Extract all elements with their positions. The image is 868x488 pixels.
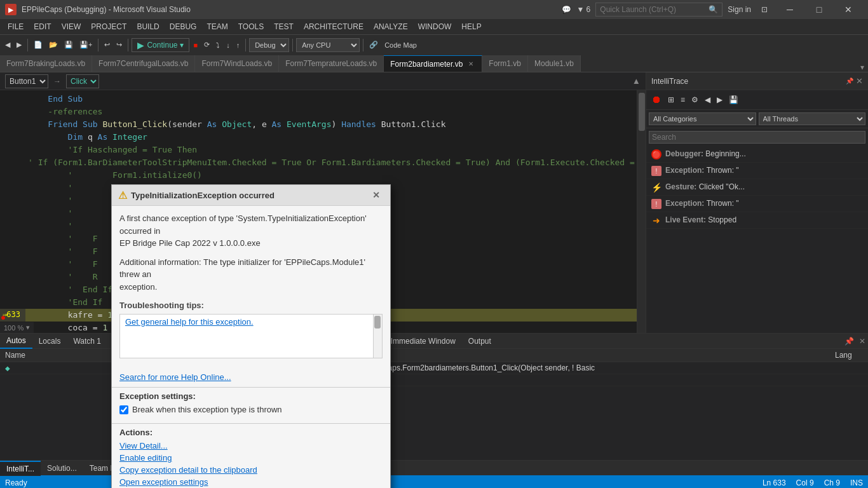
toolbar-undo[interactable]: ↩ xyxy=(102,37,112,53)
intellitrace-close[interactable]: ✕ xyxy=(856,76,863,86)
close-button[interactable]: ✕ xyxy=(834,0,863,19)
tabs-overflow-button[interactable]: ▾ xyxy=(857,63,868,72)
tab-form7braking[interactable]: Form7BrakingLoads.vb xyxy=(0,55,92,72)
code-line: Friend Sub Button1_Click(sender As Objec… xyxy=(0,118,646,131)
it-grid-btn[interactable]: ⊞ xyxy=(665,94,677,105)
menu-architecture[interactable]: ARCHITECTURE xyxy=(299,19,369,34)
title-left: ▶ EPPileCaps (Debugging) - Microsoft Vis… xyxy=(5,4,191,15)
bottom-tab-solution[interactable]: Solutio... xyxy=(41,461,83,476)
immediate-window-tab[interactable]: Immediate Window xyxy=(384,334,462,349)
exception-dialog-close[interactable]: ✕ xyxy=(369,189,384,201)
it-item-live[interactable]: ➜ Live Event: Stopped xyxy=(646,212,868,229)
menu-file[interactable]: FILE xyxy=(3,19,29,34)
menu-edit[interactable]: EDIT xyxy=(29,19,56,34)
menu-project[interactable]: PROJECT xyxy=(86,19,132,34)
menu-view[interactable]: VIEW xyxy=(57,19,86,34)
toolbar-save-all[interactable]: 💾+ xyxy=(77,37,95,53)
menu-test[interactable]: TEST xyxy=(269,19,299,34)
search-online-link[interactable]: Search for more Help Online... xyxy=(119,372,231,382)
tab-close-form2[interactable]: ✕ xyxy=(466,60,475,68)
tab-module1[interactable]: Module1.vb xyxy=(528,55,581,72)
open-settings-link[interactable]: Open exception settings xyxy=(119,477,383,487)
sep1 xyxy=(27,39,28,51)
menu-window[interactable]: WINDOW xyxy=(413,19,457,34)
exception-settings: Exception settings: Break when this exce… xyxy=(112,387,390,423)
menu-team[interactable]: TEAM xyxy=(201,19,233,34)
toolbar-step-out[interactable]: ↑ xyxy=(234,37,243,53)
call-stack-close[interactable]: ✕ xyxy=(857,337,868,346)
tab-form7centrifugal[interactable]: Form7CentrifugalLoads.vb xyxy=(92,55,195,72)
it-next-btn[interactable]: ▶ xyxy=(714,94,725,105)
it-prev-btn[interactable]: ◀ xyxy=(702,94,713,105)
debug-config-dropdown[interactable]: Debug xyxy=(249,38,289,52)
signin-link[interactable]: Sign in xyxy=(728,5,751,14)
call-stack-pin[interactable]: 📌 xyxy=(842,337,857,346)
toolbar-back[interactable]: ◀ xyxy=(3,37,13,53)
it-thread-filter[interactable]: All Threads xyxy=(759,112,866,125)
toolbar-restart[interactable]: ⟳ xyxy=(201,37,212,53)
exception-break-checkbox[interactable] xyxy=(119,405,128,414)
toolbar-redo[interactable]: ↪ xyxy=(114,37,125,53)
exception-dialog: ⚠ TypeInitializationException occurred ✕… xyxy=(111,184,391,488)
method-selector[interactable]: Button1 xyxy=(5,74,48,88)
it-record-btn[interactable]: ⏺ xyxy=(649,93,664,107)
exception-body: A first chance exception of type 'System… xyxy=(112,206,390,370)
editor-scrollbar[interactable] xyxy=(637,90,646,333)
bottom-tab-intellitrace[interactable]: IntelliT... xyxy=(0,461,41,476)
toolbar-code-map[interactable]: Code Map xyxy=(382,37,419,53)
menu-help[interactable]: HELP xyxy=(456,19,486,34)
it-item-exception2[interactable]: ! Exception: Thrown: " xyxy=(646,196,868,212)
continue-button[interactable]: ▶ Continue ▾ xyxy=(132,38,189,52)
menu-debug[interactable]: DEBUG xyxy=(165,19,202,34)
intellitrace-pin[interactable]: 📌 xyxy=(846,76,853,86)
it-item-debugger[interactable]: 🔴 Debugger: Beginning... xyxy=(646,146,868,163)
tab-form2bardiameter[interactable]: Form2bardiameter.vb ✕ xyxy=(384,55,482,72)
enable-editing-link[interactable]: Enable editing xyxy=(119,453,383,463)
toolbar-new[interactable]: 📄 xyxy=(31,37,45,53)
layout-icon[interactable]: ⊡ xyxy=(756,5,773,14)
menu-build[interactable]: BUILD xyxy=(132,19,164,34)
toolbar-forward[interactable]: ▶ xyxy=(14,37,24,53)
toolbar-attach[interactable]: 🔗 xyxy=(367,37,381,53)
maximize-button[interactable]: □ xyxy=(804,0,834,19)
copy-exception-link[interactable]: Copy exception detail to the clipboard xyxy=(119,465,383,475)
it-item-gesture[interactable]: ⚡ Gesture: Clicked "Ok... xyxy=(646,179,868,196)
intellitrace-controls: 📌 ✕ xyxy=(846,76,863,86)
toolbar-step-over[interactable]: ⤵ xyxy=(214,37,222,53)
it-settings-btn[interactable]: ⚙ xyxy=(689,94,701,105)
status-ln: Ln 633 xyxy=(763,478,786,487)
it-category-filter[interactable]: All Categories xyxy=(649,112,756,125)
notification-icon[interactable]: 💬 xyxy=(562,5,571,14)
get-help-link[interactable]: Get general help for this exception. xyxy=(120,315,382,329)
it-list-btn[interactable]: ≡ xyxy=(678,94,688,105)
toolbar-step-into[interactable]: ↓ xyxy=(224,37,233,53)
toolbar-stop[interactable]: ■ xyxy=(191,37,200,53)
watch1-tab[interactable]: Watch 1 xyxy=(67,334,107,349)
minimize-button[interactable]: ─ xyxy=(775,0,804,19)
zoom-dropdown[interactable]: ▾ xyxy=(26,323,30,332)
view-detail-link[interactable]: View Detail... xyxy=(119,441,383,451)
quick-launch-search[interactable]: 🔍 xyxy=(595,3,722,17)
continue-dropdown-icon[interactable]: ▾ xyxy=(180,41,184,50)
quick-launch-input[interactable] xyxy=(600,5,709,14)
editor-scroll-up[interactable]: ▲ xyxy=(632,76,641,86)
event-arrow: → xyxy=(53,77,61,86)
menu-tools[interactable]: TOOLS xyxy=(233,19,269,34)
toolbar-open[interactable]: 📂 xyxy=(46,37,60,53)
cpu-config-dropdown[interactable]: Any CPU xyxy=(296,38,360,52)
locals-tab[interactable]: Locals xyxy=(32,334,67,349)
tab-form7temp[interactable]: Form7TempratureLoads.vb xyxy=(279,55,384,72)
tab-form1[interactable]: Form1.vb xyxy=(482,55,528,72)
exception-help-area[interactable]: Get general help for this exception. xyxy=(119,314,383,358)
it-item-exception1[interactable]: ! Exception: Thrown: " xyxy=(646,163,868,179)
editor-scroll-thumb[interactable] xyxy=(639,93,645,131)
event-selector[interactable]: Click xyxy=(66,74,99,88)
toolbar-save[interactable]: 💾 xyxy=(62,37,76,53)
autos-tab[interactable]: Autos xyxy=(0,334,32,349)
menu-analyze[interactable]: ANALYZE xyxy=(369,19,413,34)
it-search-input[interactable] xyxy=(649,131,865,144)
output-tab[interactable]: Output xyxy=(462,334,498,349)
exception-scrollbar[interactable] xyxy=(373,315,382,358)
it-save-btn[interactable]: 💾 xyxy=(726,94,741,105)
tab-form7wind[interactable]: Form7WindLoads.vb xyxy=(195,55,279,72)
